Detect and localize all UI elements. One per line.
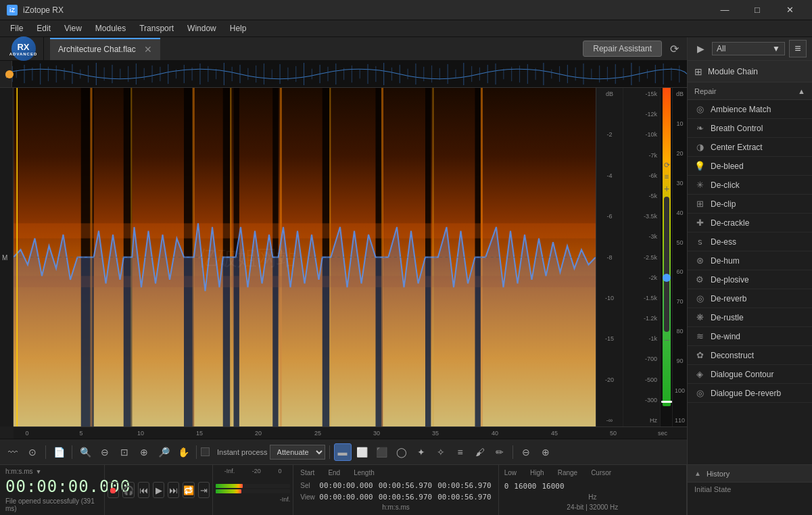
toolbar-zoom-out-btn[interactable]: 🔍 bbox=[76, 443, 94, 461]
play-button[interactable]: ▶ bbox=[153, 482, 164, 498]
svg-rect-85 bbox=[655, 65, 656, 83]
loop-button[interactable]: 🔁 bbox=[183, 482, 195, 498]
instant-process-checkbox[interactable] bbox=[201, 447, 210, 456]
repair-assistant-button[interactable]: Repair Assistant bbox=[583, 41, 662, 57]
toolbar-paint-btn[interactable]: 🖌 bbox=[471, 443, 489, 461]
menubar-item-transport[interactable]: Transport bbox=[133, 22, 181, 34]
module-item-de-wind[interactable]: ≋De-wind bbox=[688, 327, 812, 346]
freq-label-6: -3.5k bbox=[626, 213, 657, 220]
svg-rect-80 bbox=[615, 64, 616, 84]
toolbar-selection-btn-4[interactable]: ◯ bbox=[393, 443, 410, 461]
maximize-button[interactable]: □ bbox=[742, 0, 773, 20]
toolbar-split-btn[interactable]: ≡ bbox=[452, 443, 469, 461]
module-item-de-rustle[interactable]: ❋De-rustle bbox=[688, 308, 812, 327]
toolbar-selection-btn-1[interactable]: ▬ bbox=[334, 443, 352, 461]
close-button[interactable]: ✕ bbox=[774, 0, 805, 20]
menubar-item-modules[interactable]: Modules bbox=[89, 22, 133, 34]
svg-rect-109 bbox=[14, 223, 596, 238]
module-item-dialogue-de-reverb[interactable]: ◎Dialogue De-reverb bbox=[688, 384, 812, 403]
svg-rect-75 bbox=[575, 68, 576, 81]
spectrogram[interactable]: 亿破姐网站 bbox=[14, 88, 596, 426]
go-start-button[interactable]: ⏮ bbox=[138, 482, 149, 498]
headphones-button[interactable]: 🎧 bbox=[122, 482, 135, 498]
module-icon-5: ⊞ bbox=[694, 199, 705, 210]
module-item-deconstruct[interactable]: ✿Deconstruct bbox=[688, 346, 812, 365]
menubar-item-window[interactable]: Window bbox=[181, 22, 223, 34]
panel-menu-button[interactable]: ≡ bbox=[789, 40, 807, 57]
go-end-button[interactable]: ⏭ bbox=[168, 482, 179, 498]
module-item-ambience-match[interactable]: ◎Ambience Match bbox=[688, 100, 812, 119]
toolbar-zoom-h-plus[interactable]: ⊕ bbox=[537, 443, 554, 461]
module-item-de-clip[interactable]: ⊞De-clip bbox=[688, 195, 812, 214]
sel-start-value: 00:00:00.000 bbox=[319, 481, 373, 490]
zoom-in-icon[interactable]: + bbox=[664, 183, 669, 194]
module-item-de-ess[interactable]: ꜱDe-ess bbox=[688, 232, 812, 251]
module-item-de-plosive[interactable]: ⚙De-plosive bbox=[688, 270, 812, 289]
svg-text:亿破姐网站: 亿破姐网站 bbox=[197, 246, 297, 269]
hz-unit: Hz bbox=[588, 493, 596, 501]
menubar-item-file[interactable]: File bbox=[3, 22, 30, 34]
svg-rect-64 bbox=[487, 65, 488, 83]
menubar-item-edit[interactable]: Edit bbox=[30, 22, 57, 34]
meter-labels: -Inf. -20 0 bbox=[216, 468, 290, 474]
toolbar-magic-wand-btn[interactable]: ✦ bbox=[412, 443, 430, 461]
toolbar-zoom-btn[interactable]: ⊙ bbox=[24, 443, 41, 461]
toolbar-pencil-btn[interactable]: ✏ bbox=[491, 443, 508, 461]
db-label-3: -6 bbox=[598, 213, 621, 220]
logo-area: RX ADVANCED bbox=[3, 37, 44, 61]
record-button[interactable]: ⏺ bbox=[108, 482, 119, 498]
tc-dropdown-arrow[interactable]: ▼ bbox=[36, 468, 42, 475]
toolbar-docs-btn[interactable]: 📄 bbox=[50, 443, 68, 461]
minimize-button[interactable]: — bbox=[709, 0, 740, 20]
modules-list: ◎Ambience Match❧Breath Control◑Center Ex… bbox=[688, 100, 812, 464]
menubar-item-view[interactable]: View bbox=[57, 22, 89, 34]
toolbar-zoom-minus-btn[interactable]: ⊖ bbox=[96, 443, 114, 461]
svg-rect-72 bbox=[551, 70, 552, 79]
waveform-overview[interactable]: ⟨ bbox=[0, 61, 687, 88]
toolbar-zoom-select-btn[interactable]: 🔎 bbox=[155, 443, 172, 461]
module-icon-0: ◎ bbox=[694, 104, 705, 115]
toolbar-lasso-btn[interactable]: ✧ bbox=[432, 443, 450, 461]
module-item-de-crackle[interactable]: ✚De-crackle bbox=[688, 214, 812, 232]
toolbar-zoom-waveform-btn[interactable]: 〰 bbox=[4, 443, 22, 461]
module-item-breath-control[interactable]: ❧Breath Control bbox=[688, 119, 812, 138]
zoom-out-icon[interactable]: − bbox=[664, 335, 669, 345]
freq-label-2: -10k bbox=[626, 131, 657, 138]
status-text: File opened successfully (391 ms) bbox=[5, 497, 99, 512]
settings-icon-btn[interactable]: ⟳ bbox=[665, 39, 684, 58]
freq-label-1: -12k bbox=[626, 111, 657, 118]
auto-scroll-button[interactable]: ⇥ bbox=[198, 482, 210, 498]
module-item-dialogue-contour[interactable]: ◈Dialogue Contour bbox=[688, 365, 812, 384]
toolbar-selection-btn-2[interactable]: ⬜ bbox=[354, 443, 371, 461]
toolbar-sep-3 bbox=[196, 445, 197, 459]
toolbar-selection-btn-3[interactable]: ⬛ bbox=[373, 443, 391, 461]
playhead-handle[interactable] bbox=[5, 70, 14, 78]
panel-dropdown[interactable]: All ▼ bbox=[712, 42, 785, 55]
toolbar-zoom-fit-btn[interactable]: ⊡ bbox=[116, 443, 133, 461]
svg-rect-88 bbox=[679, 66, 679, 82]
menubar-item-help[interactable]: Help bbox=[223, 22, 254, 34]
svg-rect-79 bbox=[607, 67, 608, 81]
close-tab-icon[interactable]: ✕ bbox=[144, 44, 152, 55]
freq-label-11: -1.2k bbox=[626, 315, 657, 322]
attenuation-dropdown[interactable]: Attenuate Replace Remove bbox=[270, 445, 325, 460]
module-item-de-hum[interactable]: ⊛De-hum bbox=[688, 251, 812, 270]
module-item-de-bleed[interactable]: 💡De-bleed bbox=[688, 157, 812, 176]
history-initial-state[interactable]: Initial State bbox=[688, 483, 812, 496]
module-chain-row[interactable]: ⊞ Module Chain bbox=[688, 61, 812, 82]
module-item-de-reverb[interactable]: ◎De-reverb bbox=[688, 289, 812, 308]
file-tab[interactable]: Architecture Chat.flac ✕ bbox=[50, 38, 160, 60]
toolbar-zoom-plus-btn[interactable]: ⊕ bbox=[135, 443, 153, 461]
svg-rect-55 bbox=[415, 64, 416, 84]
module-item-de-click[interactable]: ✳De-click bbox=[688, 176, 812, 195]
toolbar-zoom-h-minus[interactable]: ⊖ bbox=[517, 443, 535, 461]
file-tab-name: Architecture Chat.flac bbox=[58, 45, 136, 54]
svg-rect-86 bbox=[663, 64, 664, 84]
svg-rect-22 bbox=[151, 66, 152, 82]
freq-scale: -15k -12k -10k -7k -6k -5k -3.5k -3k -2.… bbox=[623, 88, 660, 426]
toolbar-hand-btn[interactable]: ✋ bbox=[174, 443, 192, 461]
svg-rect-34 bbox=[247, 68, 248, 80]
module-item-center-extract[interactable]: ◑Center Extract bbox=[688, 138, 812, 157]
play-all-button[interactable]: ▶ bbox=[693, 41, 708, 56]
view-row: View 00:00:00.000 00:00:56.970 00:00:56.… bbox=[300, 493, 491, 501]
